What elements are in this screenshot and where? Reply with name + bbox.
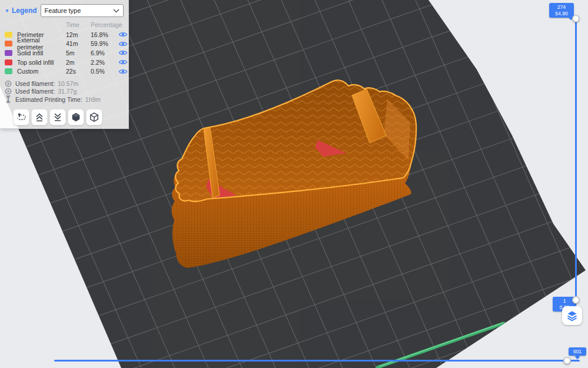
layer-slider-track[interactable] [575,18,577,301]
hourglass-icon [5,95,12,103]
visibility-eye-icon[interactable] [118,31,128,38]
feature-label: Top solid infill [17,59,66,66]
feature-time: 12m [66,31,91,38]
layer-slider-bottom-handle[interactable] [572,296,580,304]
collapse-triangle-icon: ▼ [5,8,9,13]
feature-percentage: 16.8% [91,31,118,38]
filament-spool-icon [5,80,12,87]
layers-icon [566,310,578,321]
stat-value: 1h9m [85,96,101,103]
stat-label: Estimated Printing Time: [15,96,82,103]
feature-percentage: 2.2% [91,59,118,66]
wireframe-view-button[interactable] [86,109,102,125]
used-filament-length-row: Used filament: 10.57m [5,79,124,88]
solid-view-button[interactable] [68,109,84,125]
filament-spool-icon [5,88,12,95]
legend-row: Custom 22s 0.5% [5,67,124,76]
stat-label: Used filament: [15,80,55,87]
top-layer-number: 274 [549,4,574,11]
feature-time: 5m [66,49,91,57]
collapse-up-icon [34,112,45,122]
collapse-down-icon [52,112,63,122]
wireframe-cube-icon [89,112,99,122]
feature-label: Custom [17,68,66,75]
chevron-down-icon [113,9,119,13]
legend-collapse-toggle[interactable]: ▼ Legend [5,6,37,15]
layer-slider-top-handle[interactable] [572,15,580,22]
extruder-path-icon [16,112,26,122]
jump-to-top-button[interactable] [31,109,48,125]
feature-time: 22s [66,68,91,75]
feature-color-swatch [5,50,12,56]
visibility-eye-icon[interactable] [118,41,128,47]
legend-row: Top solid infill 2m 2.2% [5,58,124,67]
feature-percentage: 0.5% [91,68,118,75]
feature-time: 2m [66,59,91,66]
feature-label: External perimeter [17,37,66,51]
move-slider-handle[interactable] [563,357,571,364]
visibility-eye-icon[interactable] [118,68,128,75]
percentage-column-header: Percentage [91,21,122,28]
feature-color-swatch [5,59,12,65]
layers-view-button[interactable] [562,306,582,325]
feature-color-swatch [5,68,12,74]
feature-percentage: 59.9% [91,40,118,47]
move-count: 601 [569,349,586,355]
visibility-eye-icon[interactable] [118,59,128,65]
stat-label: Used filament: [15,88,55,95]
move-slider-track[interactable] [54,360,580,362]
used-filament-weight-row: Used filament: 31.77g [5,87,124,95]
printing-time-row: Estimated Printing Time: 1h9m [5,95,124,104]
legend-row: External perimeter 41m 59.9% [5,39,124,49]
legend-title: Legend [12,6,37,15]
feature-color-swatch [5,41,12,47]
jump-to-bottom-button[interactable] [49,109,66,125]
legend-panel: ▼ Legend Feature type Time Percentage Pe… [0,0,129,129]
feature-color-swatch [5,32,12,38]
visibility-eye-icon[interactable] [118,49,128,56]
legend-column-headers: Time Percentage [5,21,124,28]
feature-percentage: 6.9% [91,49,118,57]
feature-time: 41m [66,40,91,47]
stat-value: 10.57m [58,80,78,87]
feature-type-value: Feature type [45,7,81,14]
slicer-preview-window: ▼ Legend Feature type Time Percentage Pe… [0,0,588,368]
solid-cube-icon [71,112,81,122]
feature-label: Solid infill [17,49,66,57]
stat-value: 31.77g [58,88,77,95]
feature-type-dropdown[interactable]: Feature type [41,4,124,17]
legend-row: Solid infill 5m 6.9% [5,48,124,58]
extruder-path-button[interactable] [13,109,29,125]
time-column-header: Time [66,21,91,28]
